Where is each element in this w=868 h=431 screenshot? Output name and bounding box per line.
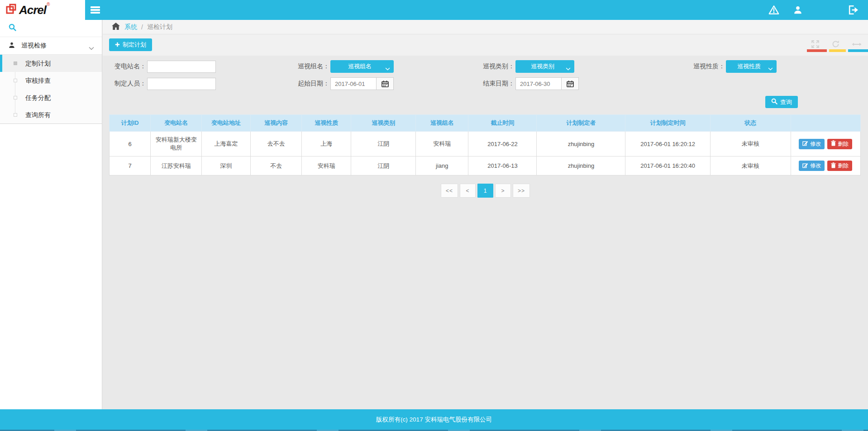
sidebar-submenu: 定制计划审核排查任务分配查询所有 [0, 55, 102, 124]
topbar-actions [768, 0, 868, 20]
sidebar-item-4[interactable]: 查询所有 [0, 106, 102, 123]
column-header: 巡视类别 [351, 115, 416, 132]
edit-button[interactable]: 修改 [799, 139, 825, 149]
table-header-row: 计划ID变电站名变电站地址巡视内容巡视性质巡视类别巡视组名截止时间计划制定者计划… [110, 115, 861, 132]
pagination-prev[interactable]: < [460, 184, 476, 198]
table-cell: 深圳 [202, 156, 251, 175]
plans-table-wrap: 计划ID变电站名变电站地址巡视内容巡视性质巡视类别巡视组名截止时间计划制定者计划… [109, 114, 861, 175]
menu-toggle-icon[interactable] [89, 5, 101, 15]
refresh-icon[interactable] [831, 40, 840, 48]
sidebar-item-3[interactable]: 任务分配 [0, 89, 102, 106]
pagination-next[interactable]: > [495, 184, 511, 198]
patrol-group-dropdown[interactable]: 巡视组名 [330, 60, 394, 73]
query-label: 查询 [780, 98, 792, 106]
table-cell: 安科瑞 [301, 156, 351, 175]
cyan-bar [848, 49, 868, 52]
patrol-group-label: 巡视组名： [292, 62, 329, 71]
sidebar-search[interactable] [0, 20, 102, 37]
table-cell: 江阴 [351, 156, 416, 175]
edit-icon [802, 162, 808, 170]
sidebar-item-2[interactable]: 审核排查 [0, 72, 102, 89]
main-content: 制定计划 [103, 34, 868, 409]
expand-icon[interactable] [811, 40, 820, 48]
warning-icon[interactable] [768, 5, 779, 15]
calendar-icon[interactable] [377, 77, 394, 90]
pagination-page[interactable]: 1 [477, 184, 493, 198]
color-bars [807, 49, 868, 52]
brand-logo[interactable]: Acrel ® [0, 0, 85, 20]
station-name-input[interactable] [147, 61, 216, 73]
edit-icon [802, 140, 808, 147]
column-header: 巡视组名 [416, 115, 468, 132]
chevron-down-icon [385, 65, 390, 72]
footer: 版权所有(c) 2017 安科瑞电气股份有限公司 [0, 409, 868, 430]
edit-button[interactable]: 修改 [799, 161, 825, 171]
column-header [791, 115, 860, 132]
sidebar-item-label: 任务分配 [25, 94, 51, 101]
table-cell: 未审核 [710, 156, 791, 175]
user-icon[interactable] [793, 5, 803, 15]
trash-icon [831, 140, 836, 147]
sidebar-item-label: 查询所有 [25, 111, 51, 118]
search-icon [9, 24, 16, 33]
sidebar-item-label: 定制计划 [25, 60, 51, 67]
actions-cell: 修改删除 [791, 156, 860, 175]
column-header: 截止时间 [468, 115, 537, 132]
chevron-down-icon [566, 65, 571, 72]
table-cell: 安科瑞新大楼变电所 [151, 132, 202, 156]
panel-controls [811, 40, 862, 48]
table-cell: 去不去 [251, 132, 302, 156]
home-icon [112, 23, 120, 31]
resize-horizontal-icon[interactable] [852, 40, 862, 48]
table-row: 7江苏安科瑞深圳不去安科瑞江阴jiang2017-06-13zhujinbing… [110, 156, 861, 175]
delete-button[interactable]: 删除 [827, 161, 852, 171]
plans-table: 计划ID变电站名变电站地址巡视内容巡视性质巡视类别巡视组名截止时间计划制定者计划… [109, 114, 861, 175]
table-cell: zhujinbing [537, 156, 625, 175]
logout-icon[interactable] [848, 5, 859, 15]
start-date-label: 起始日期： [292, 80, 329, 88]
column-header: 变电站地址 [202, 115, 251, 132]
patrol-nature-dropdown[interactable]: 巡视性质 [726, 60, 777, 73]
pagination-last[interactable]: >> [513, 184, 530, 198]
patrol-nature-label: 巡视性质： [688, 62, 725, 71]
column-header: 状态 [710, 115, 791, 132]
pagination: <<<1>>> [103, 184, 868, 198]
breadcrumb-current: 巡检计划 [147, 23, 172, 31]
plus-icon [115, 42, 120, 48]
table-cell: 未审核 [710, 132, 791, 156]
sidebar-group-inspection[interactable]: 巡视检修 [0, 37, 102, 55]
pagination-first[interactable]: << [441, 184, 458, 198]
sidebar-item-1[interactable]: 定制计划 [0, 55, 102, 72]
creator-input[interactable] [147, 78, 216, 90]
sidebar-item-label: 审核排查 [25, 77, 51, 84]
table-cell: 6 [110, 132, 151, 156]
table-cell: 2017-06-22 [468, 132, 537, 156]
table-cell: jiang [416, 156, 468, 175]
patrol-category-label: 巡视类别： [477, 62, 515, 71]
creator-label: 制定人员： [109, 80, 146, 88]
calendar-icon[interactable] [562, 77, 579, 90]
table-cell: 上海 [301, 132, 351, 156]
end-date-input[interactable] [515, 77, 562, 90]
column-header: 计划制定时间 [625, 115, 711, 132]
start-date-input[interactable] [330, 77, 377, 90]
delete-button[interactable]: 删除 [827, 139, 852, 149]
table-body: 6安科瑞新大楼变电所上海嘉定去不去上海江阴安科瑞2017-06-22zhujin… [110, 132, 861, 175]
trash-icon [831, 162, 836, 170]
table-cell: 上海嘉定 [202, 132, 251, 156]
column-header: 巡视性质 [301, 115, 351, 132]
create-plan-button[interactable]: 制定计划 [109, 38, 152, 51]
breadcrumb-root-link[interactable]: 系统 [124, 23, 137, 31]
table-cell: 7 [110, 156, 151, 175]
user-silhouette-icon [9, 42, 15, 50]
copyright-text: 版权所有(c) 2017 安科瑞电气股份有限公司 [376, 416, 492, 424]
patrol-category-dropdown[interactable]: 巡视类别 [515, 60, 574, 73]
patrol-group-selected: 巡视组名 [348, 62, 372, 71]
breadcrumb-separator: / [141, 24, 143, 31]
table-cell: 2017-06-13 [468, 156, 537, 175]
column-header: 变电站名 [151, 115, 202, 132]
patrol-category-selected: 巡视类别 [531, 62, 554, 71]
query-button[interactable]: 查询 [765, 96, 798, 108]
sidebar-group-label: 巡视检修 [21, 42, 47, 50]
table-cell: 安科瑞 [416, 132, 468, 156]
